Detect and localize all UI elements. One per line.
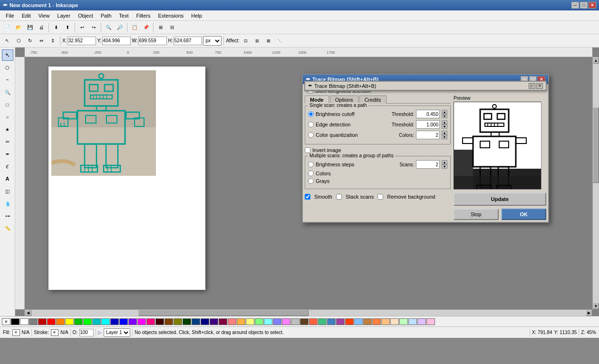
brightness-cutoff-radio[interactable]: [308, 111, 314, 117]
selector-tool[interactable]: ↖: [2, 49, 13, 61]
menu-extensions[interactable]: Extensions: [154, 12, 187, 19]
layer-select[interactable]: Layer 1: [104, 328, 130, 337]
brightness-steps-radio[interactable]: [308, 162, 314, 167]
menu-layer[interactable]: Layer: [53, 12, 74, 19]
paste-button[interactable]: 📌: [141, 22, 151, 33]
color-swatch-blue2[interactable]: [119, 318, 128, 325]
print-button[interactable]: 🖨: [36, 22, 47, 33]
close-button[interactable]: ✕: [589, 2, 596, 9]
scans-input[interactable]: [416, 160, 440, 169]
color-swatch-orange[interactable]: [56, 318, 65, 325]
tweak-tool[interactable]: ~: [2, 74, 13, 86]
ok-button[interactable]: OK: [502, 209, 547, 220]
color-swatch-green1[interactable]: [74, 318, 83, 325]
color-swatch-red1[interactable]: [29, 318, 38, 325]
stop-button[interactable]: Stop: [454, 209, 499, 220]
star-tool[interactable]: ★: [2, 124, 13, 135]
trace-dialog-outer[interactable]: ✒ Trace Bitmap (Shift+Alt+B) ─ □ ✕ SIOX …: [302, 74, 549, 223]
no-color-swatch[interactable]: ✕: [2, 318, 10, 325]
update-button[interactable]: Update: [454, 192, 546, 206]
brightness-spin-down[interactable]: ▼: [442, 114, 447, 118]
w-input[interactable]: [138, 37, 167, 45]
horizontal-scrollbar[interactable]: ◀ ▶: [25, 309, 592, 316]
ungroup-button[interactable]: ⊟: [167, 22, 177, 33]
connector-tool[interactable]: ⊶: [2, 210, 13, 221]
save-button[interactable]: 💾: [25, 22, 35, 33]
h-input[interactable]: [174, 37, 202, 45]
color-swatch-black[interactable]: [11, 318, 19, 325]
unit-select[interactable]: pxmmcm: [203, 36, 222, 46]
invert-checkbox[interactable]: [305, 147, 310, 153]
color-swatch-cyan[interactable]: [101, 318, 110, 325]
open-button[interactable]: 📂: [13, 22, 24, 33]
import-button[interactable]: ⬇: [51, 22, 61, 33]
export-button[interactable]: ⬆: [62, 22, 73, 33]
redo-button[interactable]: ↪: [88, 22, 99, 33]
gradient-tool[interactable]: ◫: [2, 185, 13, 197]
edge-detection-radio[interactable]: [308, 122, 314, 127]
color-swatch-blue1[interactable]: [110, 318, 119, 325]
menu-edit[interactable]: Edit: [18, 12, 35, 19]
inner-btn-1[interactable]: ▷: [529, 83, 535, 89]
menu-path[interactable]: Path: [97, 12, 116, 19]
undo-button[interactable]: ↩: [77, 22, 87, 33]
select-tool[interactable]: ↖: [2, 36, 12, 46]
edge-spin-up[interactable]: ▲: [442, 120, 447, 125]
measure-tool[interactable]: 📏: [2, 222, 13, 234]
zoom-in-button[interactable]: 🔍: [103, 22, 114, 33]
colors-spin-down[interactable]: ▼: [442, 135, 447, 139]
color-swatch-yellow[interactable]: [65, 318, 74, 325]
brightness-threshold-input[interactable]: [416, 110, 440, 118]
menu-help[interactable]: Help: [187, 12, 206, 19]
text-tool[interactable]: A: [2, 173, 13, 184]
menu-filters[interactable]: Filters: [133, 12, 155, 19]
x-input[interactable]: [68, 37, 96, 45]
vertical-scrollbar[interactable]: ▲ ▼: [592, 57, 599, 309]
color-swatch-green2[interactable]: [83, 318, 92, 325]
scans-spin-up[interactable]: ▲: [442, 160, 447, 164]
multi-colors-radio[interactable]: [308, 171, 314, 176]
copy-button[interactable]: 📋: [129, 22, 140, 33]
minimize-button[interactable]: ─: [571, 2, 579, 9]
colors-spin-up[interactable]: ▲: [442, 131, 447, 135]
opacity-input[interactable]: [79, 329, 94, 336]
y-input[interactable]: [102, 37, 131, 45]
edge-threshold-input[interactable]: [416, 120, 440, 129]
affect-4[interactable]: ⋱: [275, 36, 285, 46]
brightness-spin-up[interactable]: ▲: [442, 110, 447, 114]
zoom-out-button[interactable]: 🔎: [115, 22, 125, 33]
pen-tool[interactable]: ✒: [2, 148, 13, 160]
zoom-tool[interactable]: 🔍: [2, 86, 13, 98]
menu-object[interactable]: Object: [74, 12, 97, 19]
color-swatch-purple[interactable]: [128, 318, 137, 325]
dropper-tool[interactable]: 💧: [2, 198, 13, 209]
stack-scans-checkbox[interactable]: [336, 194, 342, 200]
color-quant-radio[interactable]: [308, 132, 314, 138]
affect-3[interactable]: ⊠: [263, 36, 274, 46]
menu-file[interactable]: File: [2, 12, 18, 19]
node-tool[interactable]: ⬡: [13, 36, 24, 46]
rect-tool[interactable]: □: [2, 99, 13, 110]
menu-view[interactable]: View: [35, 12, 54, 19]
color-swatch-red3[interactable]: [47, 318, 56, 325]
pencil-tool[interactable]: ✏: [2, 136, 13, 147]
node-edit-tool[interactable]: ⬡: [2, 62, 13, 73]
smooth-checkbox[interactable]: [305, 194, 310, 200]
edge-spin-down[interactable]: ▼: [442, 125, 447, 129]
color-swatch-magenta[interactable]: [146, 318, 155, 325]
color-swatch-red2[interactable]: [38, 318, 47, 325]
flip-v-tool[interactable]: ⇕: [48, 36, 58, 46]
color-swatch-teal[interactable]: [92, 318, 101, 325]
color-swatch-pink[interactable]: [137, 318, 146, 325]
menu-text[interactable]: Text: [115, 12, 132, 19]
affect-1[interactable]: ⊡: [241, 36, 251, 46]
group-button[interactable]: ⊞: [155, 22, 166, 33]
remove-bg-checkbox[interactable]: [377, 194, 383, 200]
colors-input[interactable]: [416, 131, 440, 139]
rotate-tool[interactable]: ↻: [25, 36, 35, 46]
maximize-button[interactable]: □: [580, 2, 588, 9]
circle-tool[interactable]: ○: [2, 111, 13, 123]
callig-tool[interactable]: ℭ: [2, 161, 13, 172]
trace-dialog-inner[interactable]: ✒ Trace Bitmap (Shift+Alt+B) ▷ ✕: [304, 81, 547, 91]
grays-radio[interactable]: [308, 178, 314, 184]
